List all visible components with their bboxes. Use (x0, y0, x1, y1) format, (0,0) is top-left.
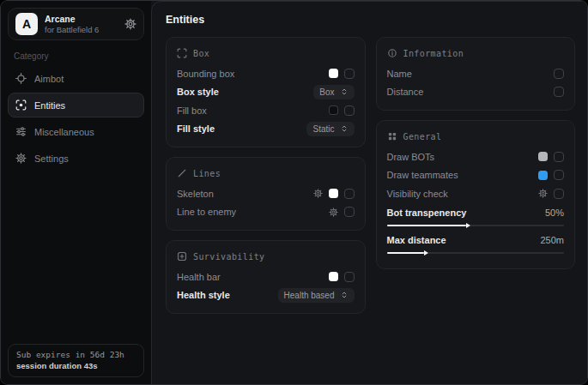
brand-card: A Arcane for Battlefield 6 (8, 8, 144, 40)
setting-label: Bounding box (177, 69, 329, 79)
row-controls (538, 170, 564, 180)
gear-icon[interactable] (313, 189, 323, 198)
dropdown[interactable]: Health based (278, 288, 355, 303)
checkbox[interactable] (554, 87, 564, 97)
setting-row: Health bar (177, 268, 355, 286)
card-title: Box (193, 49, 209, 58)
setting-row: Visibility check (387, 184, 565, 203)
gear-icon[interactable] (538, 189, 548, 198)
setting-label: Fill box (177, 105, 329, 116)
card-header: Survivability (177, 251, 355, 262)
checkbox[interactable] (554, 189, 564, 199)
column-right: InformationNameDistanceGeneralDraw BOTsD… (376, 37, 576, 314)
sidebar-item-label: Miscellaneous (34, 127, 94, 137)
color-swatch[interactable] (329, 69, 338, 78)
card-header: Box (177, 48, 355, 58)
card-title: Lines (193, 169, 221, 178)
gear-icon[interactable] (329, 208, 338, 217)
dropdown[interactable]: Static (306, 122, 354, 136)
row-controls (554, 69, 564, 79)
card-information: InformationNameDistance (376, 37, 576, 111)
setting-row: Distance (387, 83, 565, 102)
crosshair-icon (15, 73, 27, 84)
setting-label: Draw BOTs (387, 152, 539, 162)
slider-fill[interactable] (387, 225, 467, 226)
setting-label: Name (387, 69, 555, 79)
slider-row: Bot transpenency50% (387, 205, 565, 226)
row-controls (329, 69, 355, 79)
setting-row: Health styleHealth based (177, 286, 355, 305)
setting-row: Fill box (177, 101, 355, 120)
checkbox[interactable] (344, 189, 355, 199)
setting-row: Fill styleStatic (177, 120, 355, 139)
setting-row: Skeleton (177, 184, 355, 203)
unfold-icon (340, 124, 349, 133)
setting-label: Health style (177, 290, 278, 300)
slider-fill[interactable] (387, 252, 424, 254)
line-icon (177, 168, 187, 178)
setting-label: Max distance (387, 235, 541, 245)
setting-label: Distance (387, 87, 555, 97)
row-controls: Box (313, 85, 354, 99)
dropdown-value: Health based (284, 291, 335, 300)
sidebar-item-label: Aimbot (34, 74, 64, 84)
setting-label: Line to enemy (177, 207, 329, 217)
sidebar-item-aimbot[interactable]: Aimbot (8, 66, 144, 91)
health-icon (177, 251, 187, 262)
card-columns: BoxBounding boxBox styleBoxFill boxFill … (166, 37, 575, 314)
color-swatch[interactable] (538, 152, 548, 161)
sidebar-item-miscellaneous[interactable]: Miscellaneous (8, 119, 144, 144)
slider-value: 250m (540, 235, 564, 245)
unfold-icon (340, 291, 349, 299)
gear-icon[interactable] (124, 18, 136, 30)
color-swatch[interactable] (329, 272, 338, 281)
slider-track[interactable] (387, 252, 565, 254)
checkbox[interactable] (344, 207, 355, 217)
card-box: BoxBounding boxBox styleBoxFill boxFill … (166, 37, 366, 147)
dropdown[interactable]: Box (313, 85, 354, 99)
setting-row: Draw teammates (387, 166, 565, 185)
row-controls: Static (306, 122, 354, 136)
row-controls (538, 152, 564, 162)
color-swatch[interactable] (329, 105, 338, 115)
setting-label: Box style (177, 87, 313, 97)
row-controls (313, 189, 355, 199)
card-general: GeneralDraw BOTsDraw teammatesVisibility… (376, 120, 576, 269)
sidebar-item-entities[interactable]: Entities (8, 93, 144, 117)
column-left: BoxBounding boxBox styleBoxFill boxFill … (166, 37, 366, 314)
color-swatch[interactable] (329, 189, 338, 198)
slider-row: Max distance250m (387, 232, 565, 254)
brand-subtitle: for Battlefield 6 (45, 25, 118, 34)
row-controls: Health based (278, 288, 355, 303)
checkbox[interactable] (554, 69, 564, 79)
row-controls (329, 207, 355, 217)
row-controls (329, 105, 355, 116)
card-header: Lines (177, 168, 355, 178)
app-window: A Arcane for Battlefield 6 Category Aimb… (0, 0, 588, 385)
setting-label: Fill style (177, 123, 306, 134)
checkbox[interactable] (554, 170, 564, 180)
checkbox[interactable] (554, 152, 564, 162)
checkbox[interactable] (344, 272, 355, 282)
setting-label: Bot transpenency (387, 208, 545, 218)
setting-row: Bounding box (177, 64, 355, 83)
sidebar-item-label: Settings (34, 153, 69, 164)
sidebar: A Arcane for Battlefield 6 Category Aimb… (1, 1, 151, 384)
setting-row: Line to enemy (177, 203, 355, 222)
slider-track[interactable] (387, 225, 565, 226)
setting-row: Draw BOTs (387, 147, 565, 166)
setting-label: Skeleton (177, 189, 313, 199)
box-icon (177, 48, 187, 58)
main-panel: Entities BoxBounding boxBox styleBoxFill… (151, 1, 587, 384)
row-controls (554, 87, 564, 97)
entities-icon (15, 99, 27, 111)
card-lines: LinesSkeletonLine to enemy (166, 157, 366, 231)
sidebar-item-settings[interactable]: Settings (8, 146, 144, 171)
checkbox[interactable] (344, 69, 355, 79)
row-controls (329, 272, 355, 282)
row-controls (538, 189, 564, 199)
color-swatch[interactable] (538, 171, 548, 180)
brand-text: Arcane for Battlefield 6 (45, 14, 118, 34)
card-header: Information (387, 48, 565, 58)
checkbox[interactable] (344, 105, 355, 116)
